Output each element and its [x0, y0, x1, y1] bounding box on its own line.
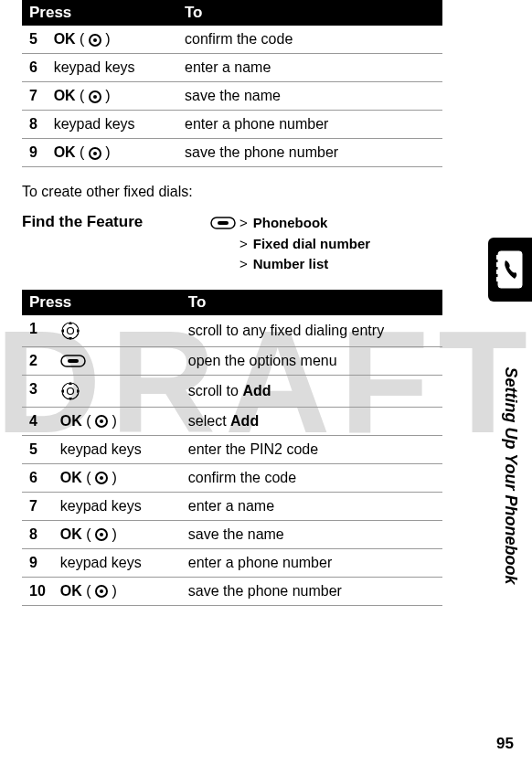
- action-cell: enter the PIN2 code: [181, 435, 442, 463]
- nav-key-icon: [60, 321, 80, 341]
- action-cell: scroll to Add: [181, 375, 442, 407]
- ok-label: OK: [60, 526, 82, 542]
- nav-key-icon: [60, 381, 80, 401]
- feature-path: > Phonebook > Fixed dial number > Number…: [210, 213, 370, 275]
- action-cell: enter a name: [177, 54, 442, 82]
- ok-label: OK: [54, 88, 76, 103]
- menu-key-icon: [60, 355, 86, 367]
- step-number: 7: [22, 492, 53, 520]
- find-feature-label: Find the Feature: [22, 213, 186, 231]
- ok-label: OK: [54, 144, 76, 160]
- key-suffix: ( ): [86, 583, 117, 599]
- intro-text: To create other fixed dials:: [22, 184, 499, 200]
- step-number: 6: [22, 54, 47, 82]
- center-key-icon: [95, 528, 108, 541]
- action-cell: save the phone number: [177, 139, 442, 167]
- center-key-icon: [95, 585, 108, 598]
- svg-rect-9: [68, 359, 79, 363]
- press-cell: OK ( ): [53, 463, 181, 492]
- svg-point-10: [62, 383, 79, 399]
- path-sep: >: [239, 234, 248, 255]
- step-number: 1: [22, 315, 53, 347]
- svg-rect-20: [496, 277, 499, 281]
- action-cell: enter a phone number: [181, 548, 442, 577]
- press-cell: OK ( ): [47, 139, 177, 167]
- ok-label: OK: [54, 31, 76, 47]
- section-tab: [488, 238, 532, 302]
- center-key-icon: [95, 415, 108, 428]
- step-number: 5: [22, 26, 47, 54]
- action-cell: enter a name: [181, 492, 442, 520]
- action-prefix: scroll to: [188, 383, 243, 398]
- col-press: Press: [22, 290, 181, 315]
- step-number: 8: [22, 520, 53, 548]
- press-cell: OK ( ): [47, 82, 177, 111]
- action-bold: Add: [230, 413, 259, 429]
- press-cell: [53, 346, 181, 375]
- action-cell: enter a phone number: [177, 111, 442, 139]
- action-cell: save the phone number: [181, 577, 442, 605]
- svg-rect-1: [218, 221, 229, 225]
- table-row: 4 OK ( ) select Add: [22, 407, 442, 435]
- action-cell: scroll to any fixed dialing entry: [181, 315, 442, 347]
- center-key-icon: [89, 34, 101, 47]
- table-row: 5 OK ( ) confirm the code: [22, 26, 442, 54]
- path-item: Phonebook: [253, 213, 328, 234]
- table-row: 10 OK ( ) save the phone number: [22, 577, 442, 605]
- path-sep: >: [239, 254, 248, 275]
- action-bold: Add: [242, 383, 271, 398]
- step-number: 3: [22, 375, 53, 407]
- col-to: To: [177, 0, 442, 26]
- press-cell: [53, 375, 181, 407]
- svg-point-11: [67, 387, 73, 394]
- press-cell: keypad keys: [53, 492, 181, 520]
- press-cell: OK ( ): [47, 26, 177, 54]
- table-row: 5 keypad keys enter the PIN2 code: [22, 435, 442, 463]
- path-item: Number list: [253, 254, 329, 275]
- action-cell: open the options menu: [181, 346, 442, 375]
- key-suffix: ( ): [80, 88, 111, 103]
- table-row: 3 scroll to Add: [22, 375, 442, 407]
- table-row: 7 OK ( ) save the name: [22, 82, 442, 111]
- ok-label: OK: [60, 583, 82, 599]
- table-row: 7 keypad keys enter a name: [22, 492, 442, 520]
- instruction-table-2: Press To 1 scroll to any fixed dia: [22, 290, 442, 606]
- action-prefix: select: [188, 413, 230, 429]
- press-cell: keypad keys: [53, 435, 181, 463]
- instruction-table-1: Press To 5 OK ( ) confirm the code 6 key…: [22, 0, 442, 167]
- table-row: 9 keypad keys enter a phone number: [22, 548, 442, 577]
- section-title-vertical: Setting Up Your Phonebook: [501, 329, 519, 621]
- press-cell: keypad keys: [53, 548, 181, 577]
- table-row: 6 keypad keys enter a name: [22, 54, 442, 82]
- col-to: To: [181, 290, 442, 315]
- find-feature: Find the Feature > Phonebook > Fixed dia…: [22, 213, 499, 275]
- table-row: 6 OK ( ) confirm the code: [22, 463, 442, 492]
- svg-rect-19: [496, 270, 499, 274]
- phonebook-icon: [495, 248, 526, 292]
- table-row: 9 OK ( ) save the phone number: [22, 139, 442, 167]
- action-cell: select Add: [181, 407, 442, 435]
- table-row: 1 scroll to any fixed dialing entry: [22, 315, 442, 347]
- ok-label: OK: [60, 470, 82, 485]
- action-cell: confirm the code: [181, 463, 442, 492]
- action-cell: save the name: [177, 82, 442, 111]
- press-cell: OK ( ): [53, 520, 181, 548]
- path-item: Fixed dial number: [253, 234, 370, 255]
- table-row: 8 keypad keys enter a phone number: [22, 111, 442, 139]
- action-cell: save the name: [181, 520, 442, 548]
- step-number: 6: [22, 463, 53, 492]
- path-sep: >: [239, 213, 248, 234]
- page-number: 95: [496, 735, 514, 753]
- svg-rect-18: [496, 262, 499, 267]
- key-suffix: ( ): [86, 470, 117, 485]
- step-number: 2: [22, 346, 53, 375]
- page-content: Press To 5 OK ( ) confirm the code 6 key…: [0, 0, 532, 606]
- step-number: 9: [22, 548, 53, 577]
- press-cell: keypad keys: [47, 54, 177, 82]
- step-number: 7: [22, 82, 47, 111]
- step-number: 8: [22, 111, 47, 139]
- svg-rect-17: [496, 255, 499, 260]
- press-cell: OK ( ): [53, 407, 181, 435]
- press-cell: keypad keys: [47, 111, 177, 139]
- key-suffix: ( ): [86, 413, 117, 429]
